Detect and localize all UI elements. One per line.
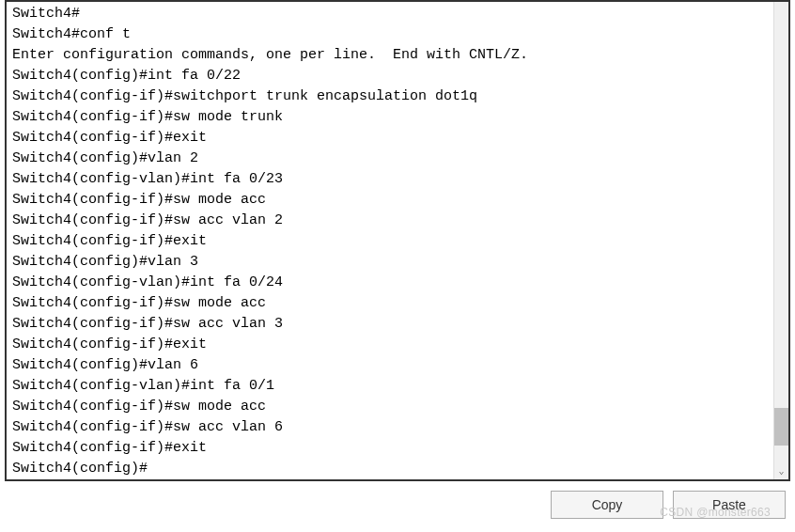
button-bar: Copy Paste: [0, 481, 795, 519]
copy-button[interactable]: Copy: [551, 491, 663, 519]
paste-button[interactable]: Paste: [673, 491, 786, 519]
scrollbar-thumb[interactable]: [774, 408, 788, 446]
terminal-output[interactable]: Switch4# Switch4#conf t Enter configurat…: [7, 2, 773, 479]
scrollbar-down-arrow-icon[interactable]: ⌄: [774, 462, 788, 479]
terminal-window: Switch4# Switch4#conf t Enter configurat…: [5, 0, 790, 481]
terminal-scrollbar[interactable]: ⌄: [773, 2, 788, 479]
